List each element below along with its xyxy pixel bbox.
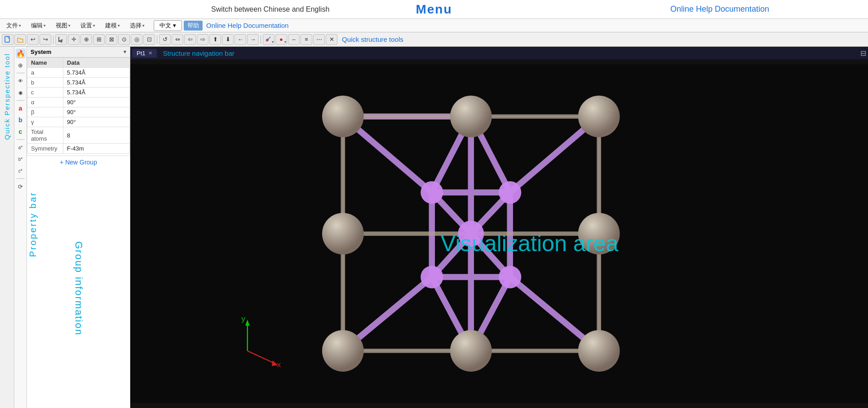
group-info-area: Group information [27, 169, 130, 408]
property-row-0: a5.734Å [27, 68, 130, 78]
title-bar: Menu Switch between Chinese and English … [0, 0, 868, 19]
menu-view[interactable]: 视图 ▾ [51, 21, 75, 31]
prop-name-1: b [27, 78, 63, 88]
toolbar: ↩ ↪ ✛ ⊕ ⊞ ⊠ ⊙ ◎ ⊡ ↺ ⇔ ⇦ ⇨ ⬆ ⬇ ← → ▾ ● ▾ … [0, 32, 868, 47]
viz-tab-close-icon[interactable]: ✕ [148, 50, 152, 56]
menu-settings[interactable]: 设置 ▾ [76, 21, 100, 31]
icon-sep-1 [17, 73, 25, 73]
lang-switch-label: Switch between Chinese and English [211, 5, 329, 13]
eye-open-icon[interactable]: 👁 [16, 76, 26, 86]
toolbar-flip-btn[interactable]: ⇔ [172, 34, 183, 45]
panel-title: System [31, 49, 51, 55]
expand-icon[interactable]: ⊟ [860, 49, 866, 58]
toolbar-redo-btn[interactable]: ↪ [40, 34, 51, 45]
toolbar-undo-btn[interactable]: ↩ [27, 34, 39, 45]
prop-data-2: 5.734Å [63, 88, 130, 98]
b-star-icon[interactable]: b* [16, 154, 26, 164]
c-star-icon[interactable]: c* [16, 166, 26, 176]
app-title: Menu [416, 2, 452, 17]
icon-sep-2 [17, 100, 25, 101]
rotation-icon[interactable]: ⟳ [16, 182, 26, 191]
a-axis-icon[interactable]: a [16, 103, 26, 113]
toolbar-up-btn[interactable]: ⬆ [209, 34, 221, 45]
property-row-3: α90° [27, 98, 130, 107]
svg-point-44 [322, 330, 364, 372]
toolbar-btn-3[interactable]: ⊕ [80, 34, 92, 45]
canvas-area[interactable]: Visualization area y x [130, 59, 868, 408]
toolbar-open-btn[interactable] [14, 34, 26, 45]
quick-tool-label: Quick Perspective tool [3, 53, 11, 140]
b-axis-icon[interactable]: b [16, 115, 26, 125]
menu-file-arrow: ▾ [19, 23, 21, 28]
viz-tab-bar: Pt1 ✕ Structure navigation bar ⊟ [130, 47, 868, 59]
menu-file[interactable]: 文件 ▾ [2, 21, 26, 31]
prop-data-6: 8 [63, 127, 130, 144]
structure-nav-label: Structure navigation bar [163, 49, 235, 57]
toolbar-next-btn[interactable]: → [247, 34, 259, 45]
toolbar-btn-7[interactable]: ◎ [131, 34, 142, 45]
toolbar-btn-6[interactable]: ⊙ [118, 34, 130, 45]
svg-point-41 [578, 96, 620, 137]
menu-edit[interactable]: 编辑 ▾ [27, 21, 50, 31]
toolbar-right-btn[interactable]: ⇨ [197, 34, 208, 45]
menu-view-arrow: ▾ [68, 23, 71, 28]
svg-rect-0 [5, 36, 9, 42]
svg-point-39 [322, 96, 364, 137]
toolbar-prev-btn[interactable]: ← [235, 34, 246, 45]
property-row-7: SymmetryF-43m [27, 144, 130, 154]
globe-icon[interactable]: ⊕ [16, 60, 26, 70]
menu-build[interactable]: 建模 ▾ [101, 21, 124, 31]
property-table: Name Data a5.734Åb5.734Åc5.734Åα90°β90°γ… [27, 58, 130, 154]
viz-tab-pt1[interactable]: Pt1 ✕ [132, 49, 157, 58]
prop-data-1: 5.734Å [63, 78, 130, 88]
menu-edit-arrow: ▾ [44, 23, 46, 28]
svg-text:Visualization area: Visualization area [441, 231, 619, 256]
menu-select-arrow: ▾ [142, 23, 145, 28]
toolbar-close-btn[interactable]: ✕ [326, 34, 337, 45]
toolbar-new-btn[interactable] [2, 34, 13, 45]
new-group-button[interactable]: + New Group [27, 155, 130, 169]
toolbar-down-btn[interactable]: ⬇ [222, 34, 234, 45]
prop-data-7: F-43m [63, 144, 130, 154]
prop-data-4: 90° [63, 107, 130, 117]
help-button[interactable]: 帮助 [184, 21, 203, 31]
svg-point-40 [450, 96, 492, 137]
toolbar-select-btn[interactable] [55, 34, 67, 45]
c-axis-icon[interactable]: c [16, 127, 26, 137]
lang-button[interactable]: 中文 ▾ [154, 20, 182, 31]
property-row-6: Total atoms8 [27, 127, 130, 144]
visualization-area: Pt1 ✕ Structure navigation bar ⊟ [130, 47, 868, 408]
toolbar-filter-btn[interactable]: ⋯ [313, 34, 325, 45]
svg-point-36 [421, 266, 443, 288]
toolbar-btn-8[interactable]: ⊡ [143, 34, 155, 45]
panel-collapse-btn[interactable]: ▾ [124, 49, 126, 55]
property-panel: Property bar System ▾ Name Data a5.734Åb… [27, 47, 130, 408]
toolbar-color-btn[interactable]: ● ▾ [275, 34, 287, 45]
toolbar-left-btn[interactable]: ⇦ [184, 34, 196, 45]
menu-settings-arrow: ▾ [93, 23, 95, 28]
prop-name-7: Symmetry [27, 144, 63, 154]
toolbar-btn-5[interactable]: ⊠ [106, 34, 117, 45]
menu-select[interactable]: 选择 ▾ [125, 21, 149, 31]
toolbar-btn-4[interactable]: ⊞ [93, 34, 105, 45]
toolbar-dash-btn[interactable]: – [288, 34, 300, 45]
property-row-4: β90° [27, 107, 130, 117]
svg-point-37 [499, 266, 521, 288]
group-info-label: Group information [73, 241, 84, 335]
eye-close-icon[interactable]: ◉ [16, 88, 26, 98]
svg-text:x: x [277, 360, 281, 369]
svg-point-42 [322, 213, 364, 255]
help-doc-link[interactable]: Online Help Documentation [670, 4, 769, 14]
svg-point-34 [421, 181, 443, 204]
svg-point-35 [499, 181, 521, 204]
toolbar-rotate-btn[interactable]: ↺ [159, 34, 171, 45]
fire-icon[interactable]: 🔥 [16, 49, 26, 58]
toolbar-quick-label: Quick structure tools [342, 35, 403, 43]
toolbar-measure-btn[interactable]: ▾ [263, 34, 275, 45]
online-help-link[interactable]: Online Help Documentation [206, 22, 288, 29]
menu-bar: 文件 ▾ 编辑 ▾ 视图 ▾ 设置 ▾ 建模 ▾ 选择 ▾ 中文 ▾ 帮助 On… [0, 19, 868, 32]
a-star-icon[interactable]: a* [16, 142, 26, 152]
toolbar-add-btn[interactable]: ✛ [68, 34, 80, 45]
toolbar-lines-btn[interactable]: ≡ [301, 34, 312, 45]
svg-point-46 [578, 330, 620, 372]
